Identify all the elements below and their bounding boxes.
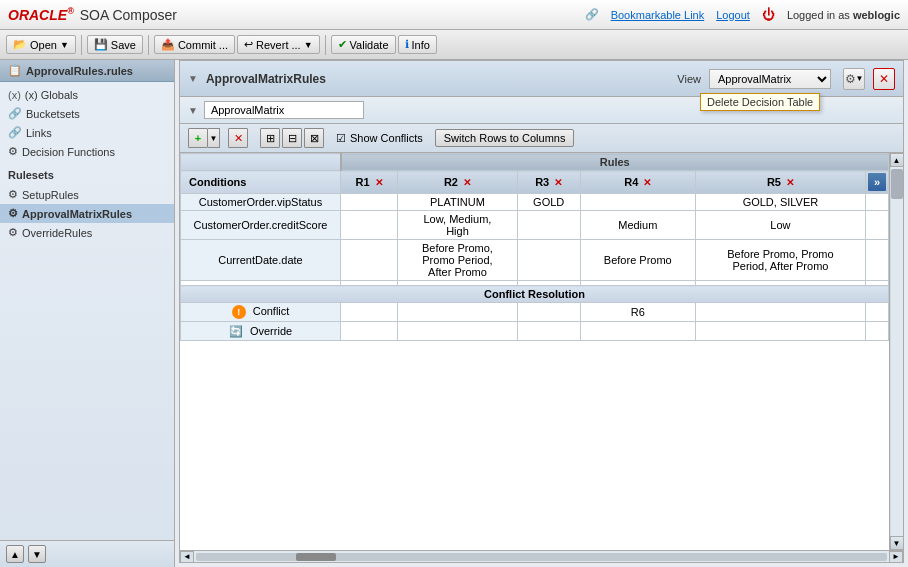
info-button[interactable]: ℹ Info bbox=[398, 35, 437, 54]
commit-button[interactable]: 📤 Commit ... bbox=[154, 35, 235, 54]
topbar: ORACLE® SOA Composer 🔗 Bookmarkable Link… bbox=[0, 0, 908, 30]
col-nav-right[interactable]: » bbox=[868, 173, 886, 191]
logout-icon: ⏻ bbox=[762, 7, 775, 22]
logout-link[interactable]: Logout bbox=[716, 9, 750, 21]
conflict-label: ! Conflict bbox=[181, 303, 341, 322]
save-button[interactable]: 💾 Save bbox=[87, 35, 143, 54]
override-icon: 🔄 bbox=[229, 324, 243, 338]
cell-r4-vip[interactable] bbox=[580, 194, 695, 211]
save-icon: 💾 bbox=[94, 38, 108, 51]
folder-icon: 📂 bbox=[13, 38, 27, 51]
app-title: SOA Composer bbox=[80, 7, 177, 23]
content-area: ▼ ApprovalMatrixRules View ApprovalMatri… bbox=[175, 60, 908, 567]
cell-r4-date[interactable]: Before Promo bbox=[580, 240, 695, 281]
revert-button[interactable]: ↩ Revert ... ▼ bbox=[237, 35, 320, 54]
conflict-r1[interactable] bbox=[341, 303, 398, 322]
scroll-down-btn[interactable]: ▼ bbox=[890, 536, 904, 550]
table-row: CustomerOrder.vipStatus PLATINUM GOLD GO… bbox=[181, 194, 889, 211]
r2-close[interactable]: ✕ bbox=[463, 177, 471, 188]
sep2 bbox=[148, 35, 149, 55]
sidebar-tab: 📋 ApprovalRules.rules bbox=[0, 60, 174, 82]
cell-r5-vip[interactable]: GOLD, SILVER bbox=[695, 194, 865, 211]
cell-r2-date[interactable]: Before Promo,Promo Period,After Promo bbox=[398, 240, 518, 281]
table-toolbar: + ▼ ✕ ⊞ ⊟ ⊠ ☑ Show Conflicts Switch Rows… bbox=[180, 124, 903, 153]
table-icon-btn2[interactable]: ⊟ bbox=[282, 128, 302, 148]
delete-table-btn[interactable]: ✕ bbox=[873, 68, 895, 90]
checkbox-icon[interactable]: ☑ bbox=[336, 132, 346, 145]
col-r5: R5 ✕ bbox=[695, 171, 865, 194]
switch-rows-btn[interactable]: Switch Rows to Columns bbox=[435, 129, 575, 147]
horizontal-scrollbar: ◄ ► bbox=[180, 550, 903, 562]
conflict-r4[interactable]: R6 bbox=[580, 303, 695, 322]
table-icon-btn1[interactable]: ⊞ bbox=[260, 128, 280, 148]
r3-close[interactable]: ✕ bbox=[554, 177, 562, 188]
sidebar-item-links[interactable]: 🔗 Links bbox=[0, 123, 174, 142]
cell-r1-vip[interactable] bbox=[341, 194, 398, 211]
revert-dropdown-arrow[interactable]: ▼ bbox=[304, 40, 313, 50]
cell-r4-credit[interactable]: Medium bbox=[580, 211, 695, 240]
validate-icon: ✔ bbox=[338, 38, 347, 51]
r1-close[interactable]: ✕ bbox=[375, 177, 383, 188]
sidebar-item-bucketsets[interactable]: 🔗 Bucketsets bbox=[0, 104, 174, 123]
sidebar-item-override-rules[interactable]: ⚙ OverrideRules bbox=[0, 223, 174, 242]
sub-collapse-arrow[interactable]: ▼ bbox=[188, 105, 198, 116]
sidebar-nav-up[interactable]: ▲ bbox=[6, 545, 24, 563]
cell-r2-credit[interactable]: Low, Medium,High bbox=[398, 211, 518, 240]
cell-r5-credit[interactable]: Low bbox=[695, 211, 865, 240]
show-conflicts-toggle[interactable]: ☑ Show Conflicts bbox=[336, 132, 423, 145]
delete-icon: ✕ bbox=[879, 72, 889, 86]
conflict-r3[interactable] bbox=[517, 303, 580, 322]
override-r4[interactable] bbox=[580, 322, 695, 341]
conflict-r5[interactable] bbox=[695, 303, 865, 322]
collapse-arrow[interactable]: ▼ bbox=[188, 73, 198, 84]
condition-vipstatus: CustomerOrder.vipStatus bbox=[181, 194, 341, 211]
override-r5[interactable] bbox=[695, 322, 865, 341]
conflict-resolution-header-row: Conflict Resolution bbox=[181, 286, 889, 303]
scroll-right-btn[interactable]: ► bbox=[889, 551, 903, 563]
r5-close[interactable]: ✕ bbox=[786, 177, 794, 188]
cell-r2-vip[interactable]: PLATINUM bbox=[398, 194, 518, 211]
revert-icon: ↩ bbox=[244, 38, 253, 51]
sidebar-nav-down[interactable]: ▼ bbox=[28, 545, 46, 563]
view-select[interactable]: ApprovalMatrix All Rules Conflict Resolu… bbox=[709, 69, 831, 89]
open-dropdown-arrow[interactable]: ▼ bbox=[60, 40, 69, 50]
bookmarkable-link[interactable]: Bookmarkable Link bbox=[611, 9, 705, 21]
add-dropdown-arrow[interactable]: ▼ bbox=[208, 128, 220, 148]
cell-r3-date[interactable] bbox=[517, 240, 580, 281]
conflict-r2[interactable] bbox=[398, 303, 518, 322]
open-button[interactable]: 📂 Open ▼ bbox=[6, 35, 76, 54]
settings-dropdown-arrow[interactable]: ▼ bbox=[856, 74, 864, 83]
delete-tooltip: Delete Decision Table bbox=[700, 93, 820, 111]
toolbar: 📂 Open ▼ 💾 Save 📤 Commit ... ↩ Revert ..… bbox=[0, 30, 908, 60]
globals-icon: (x) bbox=[8, 89, 21, 101]
main-layout: 📋 ApprovalRules.rules (x) (x) Globals 🔗 … bbox=[0, 60, 908, 567]
conditions-header bbox=[181, 154, 341, 171]
override-r1[interactable] bbox=[341, 322, 398, 341]
rules-panel: ▼ ApprovalMatrixRules View ApprovalMatri… bbox=[179, 60, 904, 563]
h-scroll-track bbox=[196, 553, 887, 561]
oracle-logo: ORACLE® bbox=[8, 6, 74, 23]
decision-table-wrapper[interactable]: Rules Conditions R1 ✕ R2 ✕ R3 ✕ R4 ✕ R5 … bbox=[180, 153, 889, 550]
override-r3[interactable] bbox=[517, 322, 580, 341]
sidebar-item-globals[interactable]: (x) (x) Globals bbox=[0, 86, 174, 104]
col-nav: » bbox=[866, 171, 889, 194]
table-icon-btn3[interactable]: ⊠ bbox=[304, 128, 324, 148]
scroll-up-btn[interactable]: ▲ bbox=[890, 153, 904, 167]
cell-r1-date[interactable] bbox=[341, 240, 398, 281]
sidebar-item-approval-matrix[interactable]: ⚙ ApprovalMatrixRules bbox=[0, 204, 174, 223]
add-row-btn[interactable]: + bbox=[188, 128, 208, 148]
cell-r1-credit[interactable] bbox=[341, 211, 398, 240]
override-r2[interactable] bbox=[398, 322, 518, 341]
cell-r3-credit[interactable] bbox=[517, 211, 580, 240]
scroll-thumb bbox=[891, 169, 903, 199]
sidebar-item-setup-rules[interactable]: ⚙ SetupRules bbox=[0, 185, 174, 204]
sub-name-input[interactable] bbox=[204, 101, 364, 119]
cell-r3-vip[interactable]: GOLD bbox=[517, 194, 580, 211]
scroll-left-btn[interactable]: ◄ bbox=[180, 551, 194, 563]
r4-close[interactable]: ✕ bbox=[643, 177, 651, 188]
settings-btn[interactable]: ⚙ ▼ bbox=[843, 68, 865, 90]
validate-button[interactable]: ✔ Validate bbox=[331, 35, 396, 54]
cell-r5-date[interactable]: Before Promo, PromoPeriod, After Promo bbox=[695, 240, 865, 281]
delete-row-btn[interactable]: ✕ bbox=[228, 128, 248, 148]
sidebar-item-decision-functions[interactable]: ⚙ Decision Functions bbox=[0, 142, 174, 161]
